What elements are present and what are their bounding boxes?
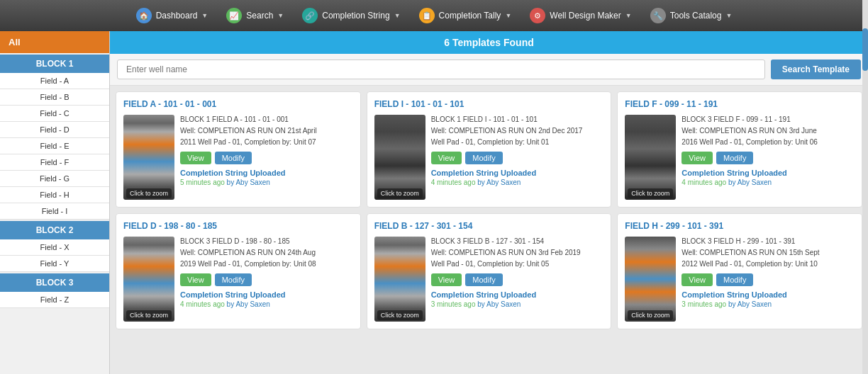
sidebar-field-f[interactable]: Field - F <box>0 154 109 171</box>
sidebar-field-d[interactable]: Field - D <box>0 122 109 138</box>
well-diagram <box>123 237 174 322</box>
card-info: BLOCK 3 FIELD F - 099 - 11 - 191 Well: C… <box>681 115 855 200</box>
view-button[interactable]: View <box>681 152 713 164</box>
card-info: BLOCK 3 FIELD H - 299 - 101 - 391 Well: … <box>681 237 855 322</box>
card-info-line3: Well Pad - 01, Completion by: Unit 05 <box>431 259 604 269</box>
completion-by: by Aby Saxen <box>227 300 270 308</box>
nav-tools-catalog[interactable]: 🔧 Tools Catalog ▼ <box>645 5 738 26</box>
card-info-line1: BLOCK 3 FIELD B - 127 - 301 - 154 <box>431 237 604 246</box>
view-button[interactable]: View <box>180 152 211 164</box>
completion-time: 4 minutes ago by Aby Saxen <box>681 178 855 186</box>
search-chevron: ▼ <box>277 12 284 19</box>
completion-time: 3 minutes ago by Aby Saxen <box>681 300 855 308</box>
nav-search-label: Search <box>246 11 273 21</box>
top-navigation: 🏠 Dashboard ▼ 📈 Search ▼ 🔗 Completion St… <box>0 0 868 31</box>
nav-well-design[interactable]: ⚙ Well Design Maker ▼ <box>524 5 637 26</box>
card-image-wrap: Click to zoom <box>374 237 425 322</box>
sidebar: All BLOCK 1 Field - A Field - B Field - … <box>0 31 110 374</box>
card-card-5: FIELD B - 127 - 301 - 154 Click to zoom … <box>367 213 612 329</box>
nav-search[interactable]: 📈 Search ▼ <box>221 5 289 26</box>
card-card-2: FIELD I - 101 - 01 - 101 Click to zoom B… <box>367 91 612 208</box>
cards-scroll-area: FIELD A - 101 - 01 - 001 Click to zoom B… <box>110 86 868 374</box>
card-info-line2: Well: COMPLETION AS RUN ON 2nd Dec 2017 <box>431 126 604 136</box>
card-body: Click to zoom BLOCK 3 FIELD H - 299 - 10… <box>625 237 855 322</box>
nav-completion-string-label: Completion String <box>322 11 389 21</box>
card-image-wrap: Click to zoom <box>374 115 425 200</box>
view-button[interactable]: View <box>180 273 211 286</box>
card-card-6: FIELD H - 299 - 101 - 391 Click to zoom … <box>617 213 862 329</box>
card-body: Click to zoom BLOCK 1 FIELD I - 101 - 01… <box>374 115 604 200</box>
card-info-line1: BLOCK 1 FIELD A - 101 - 01 - 001 <box>180 115 353 125</box>
well-diagram <box>374 237 425 322</box>
card-info-line3: 2011 Well Pad - 01, Completion by: Unit … <box>180 137 353 147</box>
sidebar-field-g[interactable]: Field - G <box>0 171 109 187</box>
modify-button[interactable]: Modify <box>215 273 252 286</box>
dashboard-icon: 🏠 <box>136 8 152 23</box>
nav-completion-tally[interactable]: 📋 Completion Tally ▼ <box>413 5 518 26</box>
sidebar-field-a[interactable]: Field - A <box>0 73 109 89</box>
click-to-zoom-label[interactable]: Click to zoom <box>628 188 673 198</box>
sidebar-block-2: BLOCK 2 <box>0 221 109 239</box>
sidebar-field-e[interactable]: Field - E <box>0 138 109 154</box>
well-diagram <box>625 115 676 200</box>
view-button[interactable]: View <box>431 152 462 164</box>
view-button[interactable]: View <box>681 273 713 286</box>
well-diagram <box>374 115 425 200</box>
sidebar-field-z[interactable]: Field - Z <box>0 292 109 308</box>
modify-button[interactable]: Modify <box>215 152 252 164</box>
card-info-line1: BLOCK 3 FIELD F - 099 - 11 - 191 <box>681 115 855 125</box>
card-image-wrap: Click to zoom <box>123 237 174 322</box>
modify-button[interactable]: Modify <box>716 273 753 286</box>
search-nav-icon: 📈 <box>226 8 242 23</box>
nav-dashboard-label: Dashboard <box>156 11 198 21</box>
click-to-zoom-label[interactable]: Click to zoom <box>126 188 172 198</box>
sidebar-field-b[interactable]: Field - B <box>0 89 109 106</box>
nav-completion-tally-label: Completion Tally <box>439 11 501 21</box>
modify-button[interactable]: Modify <box>716 152 753 164</box>
sidebar-field-x[interactable]: Field - X <box>0 239 109 256</box>
sidebar-all[interactable]: All <box>0 31 109 53</box>
card-info-line3: 2012 Well Pad - 01, Completion by: Unit … <box>681 259 855 269</box>
modify-button[interactable]: Modify <box>465 273 502 286</box>
main-layout: All BLOCK 1 Field - A Field - B Field - … <box>0 31 868 374</box>
card-info-line3: Well Pad - 01, Completion by: Unit 01 <box>431 137 604 147</box>
card-body: Click to zoom BLOCK 3 FIELD B - 127 - 30… <box>374 237 604 322</box>
nav-completion-string[interactable]: 🔗 Completion String ▼ <box>296 5 406 26</box>
sidebar-field-i[interactable]: Field - I <box>0 203 109 220</box>
card-info-line2: Well: COMPLETION AS RUN ON 15th Sept <box>681 248 855 258</box>
click-to-zoom-label[interactable]: Click to zoom <box>628 310 673 320</box>
card-actions: View Modify <box>431 273 604 286</box>
completion-by: by Aby Saxen <box>728 300 772 308</box>
sidebar-field-c[interactable]: Field - C <box>0 106 109 122</box>
card-actions: View Modify <box>431 152 604 164</box>
nav-well-design-label: Well Design Maker <box>550 11 621 21</box>
view-button[interactable]: View <box>431 273 462 286</box>
modify-button[interactable]: Modify <box>465 152 502 164</box>
nav-dashboard[interactable]: 🏠 Dashboard ▼ <box>130 5 214 26</box>
search-input[interactable] <box>117 60 765 79</box>
well-diagram <box>625 237 676 322</box>
card-info-line2: Well: COMPLETION AS RUN ON 3rd Feb 2019 <box>431 248 604 258</box>
card-card-4: FIELD D - 198 - 80 - 185 Click to zoom B… <box>116 213 361 329</box>
cards-grid: FIELD A - 101 - 01 - 001 Click to zoom B… <box>116 91 862 329</box>
click-to-zoom-label[interactable]: Click to zoom <box>377 188 423 198</box>
completion-tally-chevron: ▼ <box>505 12 511 19</box>
sidebar-field-y[interactable]: Field - Y <box>0 256 109 272</box>
card-info-line1: BLOCK 3 FIELD H - 299 - 101 - 391 <box>681 237 855 246</box>
completion-by: by Aby Saxen <box>477 178 521 186</box>
card-info-line2: Well: COMPLETION AS RUN ON 24th Aug <box>180 248 353 258</box>
click-to-zoom-label[interactable]: Click to zoom <box>126 310 172 320</box>
completion-time: 3 minutes ago by Aby Saxen <box>431 300 604 308</box>
completion-by: by Aby Saxen <box>477 300 521 308</box>
search-bar: Search Template <box>110 54 868 86</box>
scroll-indicator[interactable] <box>862 0 868 374</box>
card-info: BLOCK 1 FIELD I - 101 - 01 - 101 Well: C… <box>431 115 604 200</box>
card-body: Click to zoom BLOCK 3 FIELD D - 198 - 80… <box>123 237 353 322</box>
card-info-line2: Well: COMPLETION AS RUN ON 21st April <box>180 126 353 136</box>
sidebar-field-h[interactable]: Field - H <box>0 187 109 203</box>
search-template-button[interactable]: Search Template <box>771 60 861 79</box>
card-info: BLOCK 3 FIELD B - 127 - 301 - 154 Well: … <box>431 237 604 322</box>
completion-tally-icon: 📋 <box>419 8 435 23</box>
completion-status: Completion String Uploaded <box>431 169 604 177</box>
click-to-zoom-label[interactable]: Click to zoom <box>377 310 423 320</box>
